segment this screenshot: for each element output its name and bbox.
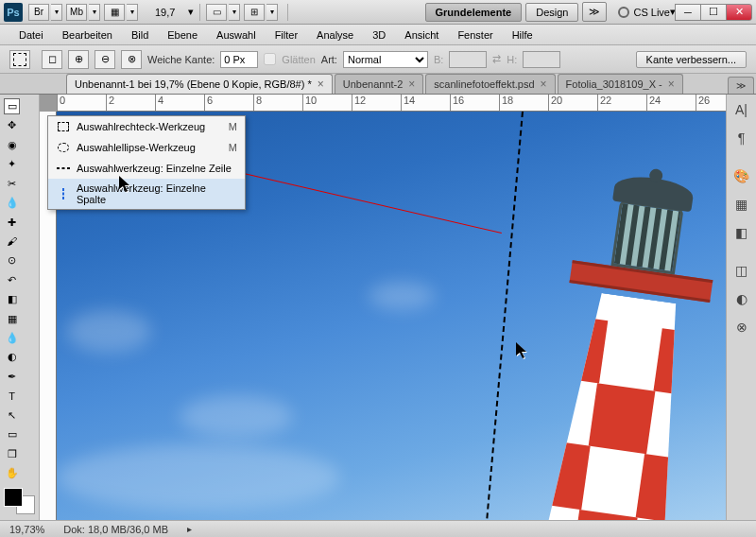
style-select[interactable]: Normal: [343, 51, 428, 68]
paragraph-panel-icon[interactable]: ¶: [732, 129, 751, 147]
maximize-button[interactable]: ☐: [700, 4, 727, 21]
wand-tool[interactable]: ✦: [4, 156, 20, 172]
app-icon: Ps: [4, 3, 23, 22]
workspace-more[interactable]: ≫: [582, 2, 607, 22]
menu-bearbeiten[interactable]: Bearbeiten: [53, 26, 122, 43]
hand-tool[interactable]: ✋: [4, 465, 20, 481]
blur-tool[interactable]: 💧: [4, 330, 20, 346]
menu-bar: DateiBearbeitenBildEbeneAuswahlFilterAna…: [0, 25, 756, 45]
status-bar: 19,73% Dok: 18,0 MB/36,0 MB ▸: [0, 520, 756, 537]
path-tool[interactable]: ↖: [4, 407, 20, 424]
menu-ebene[interactable]: Ebene: [158, 26, 207, 43]
title-bar: Ps Br ▾ Mb ▾ ▦ ▾ 19,7▾ ▭ ▾ ⊞ ▾ Grundelem…: [0, 0, 756, 25]
stamp-tool[interactable]: ⊙: [4, 252, 20, 268]
row-icon: [56, 162, 71, 175]
new-selection[interactable]: ◻: [42, 50, 62, 69]
document-tab[interactable]: Unbenannt-2×: [335, 74, 424, 94]
type-panel-icon[interactable]: A|: [732, 100, 751, 119]
minimize-button[interactable]: ─: [675, 4, 701, 21]
ruler-horizontal[interactable]: 02468101214161820222426: [57, 95, 726, 112]
document-tabs: Unbenannt-1 bei 19,7% (Ebene 0 Kopie, RG…: [0, 74, 756, 95]
align-panel-icon[interactable]: ◐: [732, 289, 751, 308]
menu-ansicht[interactable]: Ansicht: [395, 26, 448, 43]
width-label: B:: [434, 54, 443, 65]
flyout-rect[interactable]: Auswahlrechteck-WerkzeugM: [48, 116, 245, 137]
swatches-panel-icon[interactable]: ▦: [732, 195, 751, 214]
collapsed-panels: A| ¶ 🎨 ▦ ◧ ◫ ◐ ⊗: [726, 95, 756, 520]
refine-edge-button[interactable]: Kante verbessern...: [636, 51, 747, 68]
menu-fenster[interactable]: Fenster: [448, 26, 502, 43]
lasso-tool[interactable]: ◉: [4, 137, 20, 153]
close-tab-icon[interactable]: ×: [541, 78, 547, 91]
eraser-tool[interactable]: ◧: [4, 291, 20, 307]
move-tool[interactable]: ✥: [4, 117, 20, 133]
dodge-tool[interactable]: ◐: [4, 349, 20, 365]
lighthouse-image: [453, 132, 726, 520]
dropdown-icon[interactable]: ▾: [229, 4, 240, 21]
antialias-label: Glätten: [282, 54, 315, 65]
type-tool[interactable]: T: [4, 388, 20, 404]
options-bar: ◻ ⊕ ⊖ ⊗ Weiche Kante: Glätten Art: Norma…: [0, 45, 756, 74]
screen-mode-button[interactable]: ▭: [206, 4, 227, 21]
status-zoom[interactable]: 19,73%: [9, 524, 44, 535]
dropdown-icon[interactable]: ▾: [266, 4, 278, 21]
close-button[interactable]: ✕: [726, 4, 752, 21]
close-tab-icon[interactable]: ×: [668, 78, 675, 91]
workspace-essentials[interactable]: Grundelemente: [425, 3, 523, 22]
status-doc[interactable]: Dok: 18,0 MB/36,0 MB: [63, 524, 168, 535]
add-selection[interactable]: ⊕: [68, 50, 89, 69]
color-panel-icon[interactable]: 🎨: [732, 166, 751, 185]
workspace-design[interactable]: Design: [525, 3, 578, 22]
dropdown-icon[interactable]: ▾: [51, 4, 62, 21]
tabs-overflow[interactable]: ≫: [728, 77, 754, 94]
subtract-selection[interactable]: ⊖: [94, 50, 115, 69]
history-brush-tool[interactable]: ↶: [4, 272, 20, 288]
3d-tool[interactable]: ❒: [4, 446, 20, 462]
marquee-tool[interactable]: ▭: [4, 98, 20, 114]
rect-icon: [56, 120, 71, 133]
minibridge-button[interactable]: Mb: [66, 4, 87, 21]
width-input: [449, 51, 487, 68]
swap-icon: ⇄: [492, 53, 501, 65]
document-tab[interactable]: scanlinefotoeffekt.psd×: [425, 74, 555, 94]
menu-filter[interactable]: Filter: [266, 26, 307, 43]
zoom-display[interactable]: 19,7: [146, 5, 184, 20]
ellipse-icon: [56, 141, 71, 154]
flyout-col[interactable]: Auswahlwerkzeug: Einzelne Spalte: [48, 179, 245, 209]
document-tab[interactable]: Fotolia_3018109_X -×: [558, 74, 683, 94]
bridge-button[interactable]: Br: [28, 4, 49, 21]
pathfinder-panel-icon[interactable]: ⊗: [732, 318, 751, 337]
cslive-button[interactable]: CS Live ▾: [618, 6, 676, 18]
gradient-tool[interactable]: ▦: [4, 311, 20, 327]
close-tab-icon[interactable]: ×: [318, 78, 324, 91]
style-label: Art:: [321, 54, 337, 65]
arrange-button[interactable]: ▦: [104, 4, 125, 21]
document-tab[interactable]: Unbenannt-1 bei 19,7% (Ebene 0 Kopie, RG…: [66, 74, 333, 94]
shape-tool[interactable]: ▭: [4, 426, 20, 442]
close-tab-icon[interactable]: ×: [408, 78, 415, 91]
menu-hilfe[interactable]: Hilfe: [503, 26, 542, 43]
menu-datei[interactable]: Datei: [9, 26, 53, 43]
flyout-ellipse[interactable]: Auswahlellipse-WerkzeugM: [48, 137, 245, 158]
dropdown-icon[interactable]: ▾: [127, 4, 138, 21]
menu-auswahl[interactable]: Auswahl: [207, 26, 266, 43]
flyout-row[interactable]: Auswahlwerkzeug: Einzelne Zeile: [48, 158, 245, 179]
menu-analyse[interactable]: Analyse: [307, 26, 363, 43]
heal-tool[interactable]: ✚: [4, 215, 20, 231]
intersect-selection[interactable]: ⊗: [121, 50, 142, 69]
menu-3d[interactable]: 3D: [363, 26, 395, 43]
marquee-flyout: Auswahlrechteck-WerkzeugMAuswahlellipse-…: [47, 115, 246, 210]
transform-panel-icon[interactable]: ◫: [732, 261, 751, 280]
color-swatch[interactable]: [4, 488, 35, 514]
styles-panel-icon[interactable]: ◧: [732, 223, 751, 242]
crop-tool[interactable]: ✂: [4, 176, 20, 192]
extras-button[interactable]: ⊞: [244, 4, 265, 21]
eyedropper-tool[interactable]: 💧: [4, 195, 20, 211]
feather-input[interactable]: [220, 51, 258, 68]
menu-bild[interactable]: Bild: [122, 26, 158, 43]
col-icon: [56, 187, 71, 200]
tool-preset[interactable]: [9, 50, 30, 69]
pen-tool[interactable]: ✒: [4, 369, 20, 385]
brush-tool[interactable]: 🖌: [4, 234, 20, 250]
dropdown-icon[interactable]: ▾: [89, 4, 100, 21]
